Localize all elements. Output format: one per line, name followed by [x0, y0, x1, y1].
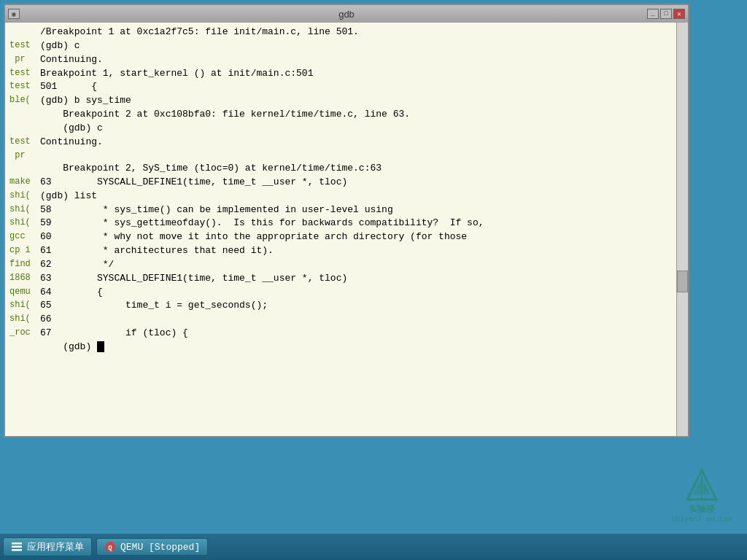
line-left-label: qemu: [9, 286, 40, 300]
terminal-line: _roc67 if (tloc) {: [9, 327, 684, 341]
taskbar-menu-button[interactable]: 应用程序菜单: [3, 537, 92, 556]
menu-icon: [11, 541, 23, 553]
terminal-line: make63 SYSCALL_DEFINE1(time, time_t __us…: [9, 176, 684, 190]
terminal-line: find62 */: [9, 258, 684, 272]
line-text: 64 {: [40, 286, 684, 300]
terminal-line: pr: [9, 149, 684, 162]
line-left-label: pr: [9, 149, 40, 162]
titlebar-left-buttons: ▣: [8, 9, 20, 19]
line-left-label: [9, 341, 40, 354]
line-left-label: _roc: [9, 327, 40, 341]
line-left-label: [9, 108, 40, 122]
line-left-label: make: [9, 176, 40, 190]
line-left-label: cp i: [9, 244, 40, 258]
taskbar-menu-label: 应用程序菜单: [27, 540, 84, 553]
line-text: 501 {: [40, 80, 684, 94]
line-text: Continuing.: [40, 136, 684, 149]
line-left-label: find: [9, 258, 40, 272]
window-title: gdb: [338, 9, 355, 20]
terminal-line: (gdb) c: [9, 122, 684, 136]
terminal-line: shi(58 * sys_time() can be implemented i…: [9, 203, 684, 217]
terminal-line: testContinuing.: [9, 136, 684, 149]
line-text: [40, 149, 684, 162]
taskbar: 应用程序菜单 Q QEMU [Stopped]: [0, 534, 747, 560]
terminal-line: testBreakpoint 1, start_kernel () at ini…: [9, 67, 684, 81]
line-left-label: shi(: [9, 217, 40, 230]
line-text: 62 */: [40, 258, 684, 272]
line-left-label: test: [9, 67, 40, 81]
watermark-text: 实验楼: [689, 503, 715, 516]
window-icon-button[interactable]: ▣: [8, 9, 20, 19]
watermark-url: shiyanl ou.com: [671, 516, 732, 524]
line-text: Continuing.: [40, 53, 684, 67]
close-button[interactable]: ✕: [673, 9, 685, 19]
line-left-label: shi(: [9, 313, 40, 327]
line-left-label: shi(: [9, 190, 40, 203]
terminal-line: Breakpoint 2 at 0xc108bfa0: file kernel/…: [9, 108, 684, 122]
line-left-label: ble(: [9, 94, 40, 108]
titlebar: ▣ gdb _ □ ✕: [5, 5, 688, 23]
taskbar-qemu-button[interactable]: Q QEMU [Stopped]: [96, 538, 208, 556]
terminal-line: gcc 60 * why not move it into the approp…: [9, 230, 684, 244]
terminal-line: (gdb): [9, 341, 684, 354]
svg-rect-5: [12, 549, 22, 551]
line-text: Breakpoint 1, start_kernel () at init/ma…: [40, 67, 684, 81]
line-left-label: test: [9, 39, 40, 53]
svg-rect-3: [12, 542, 22, 545]
line-text: (gdb) c: [40, 39, 684, 53]
maximize-button[interactable]: □: [660, 9, 672, 19]
line-left-label: pr: [9, 53, 40, 67]
line-left-label: [9, 26, 40, 39]
minimize-button[interactable]: _: [647, 9, 659, 19]
line-text: 61 * architectures that need it).: [40, 244, 684, 258]
line-left-label: [9, 122, 40, 136]
line-text: 60 * why not move it into the appropriat…: [40, 230, 684, 244]
terminal-line: 186863 SYSCALL_DEFINE1(time, time_t __us…: [9, 272, 684, 286]
line-text: 65 time_t i = get_seconds();: [40, 299, 684, 313]
watermark: 实验楼 shiyanl ou.com: [671, 467, 732, 524]
watermark-logo-icon: [680, 467, 724, 503]
terminal-line: shi((gdb) list: [9, 190, 684, 203]
line-text: (gdb) b sys_time: [40, 94, 684, 108]
svg-rect-4: [12, 546, 22, 548]
line-left-label: shi(: [9, 203, 40, 217]
terminal-line: prContinuing.: [9, 53, 684, 67]
terminal-line: qemu64 {: [9, 286, 684, 300]
scrollbar[interactable]: [676, 23, 688, 436]
terminal-line: /Breakpoint 1 at 0xc1a2f7c5: file init/m…: [9, 26, 684, 39]
line-text: (gdb) list: [40, 190, 684, 203]
line-left-label: 1868: [9, 272, 40, 286]
terminal-line: test501 {: [9, 80, 684, 94]
terminal-line: Breakpoint 2, SyS_time (tloc=0) at kerne…: [9, 162, 684, 176]
svg-text:Q: Q: [108, 545, 112, 552]
terminal-line: shi(59 * sys_gettimeofday(). Is this for…: [9, 217, 684, 230]
line-text: 63 SYSCALL_DEFINE1(time, time_t __user *…: [40, 176, 684, 190]
line-text: 59 * sys_gettimeofday(). Is this for bac…: [40, 217, 684, 230]
terminal-line: cp i61 * architectures that need it).: [9, 244, 684, 258]
scrollbar-thumb[interactable]: [677, 271, 688, 292]
line-text: 58 * sys_time() can be implemented in us…: [40, 203, 684, 217]
terminal-line: shi(65 time_t i = get_seconds();: [9, 299, 684, 313]
line-text: (gdb): [40, 341, 684, 354]
line-text: Breakpoint 2, SyS_time (tloc=0) at kerne…: [40, 162, 684, 176]
line-left-label: test: [9, 136, 40, 149]
line-left-label: test: [9, 80, 40, 94]
terminal-line: ble((gdb) b sys_time: [9, 94, 684, 108]
terminal-line: shi(66: [9, 313, 684, 327]
line-text: 63 SYSCALL_DEFINE1(time, time_t __user *…: [40, 272, 684, 286]
line-text: Breakpoint 2 at 0xc108bfa0: file kernel/…: [40, 108, 684, 122]
qemu-icon: Q: [104, 541, 116, 553]
terminal-line: test(gdb) c: [9, 39, 684, 53]
line-left-label: gcc: [9, 230, 40, 244]
line-left-label: shi(: [9, 299, 40, 313]
taskbar-qemu-label: QEMU [Stopped]: [120, 542, 200, 553]
line-text: /Breakpoint 1 at 0xc1a2f7c5: file init/m…: [40, 26, 684, 39]
terminal-content[interactable]: /Breakpoint 1 at 0xc1a2f7c5: file init/m…: [5, 23, 688, 436]
terminal-cursor: [97, 341, 104, 352]
line-text: (gdb) c: [40, 122, 684, 136]
gdb-window: ▣ gdb _ □ ✕ /Breakpoint 1 at 0xc1a2f7c5:…: [4, 4, 689, 438]
titlebar-right-buttons: _ □ ✕: [647, 9, 685, 19]
line-text: 66: [40, 313, 684, 327]
line-text: 67 if (tloc) {: [40, 327, 684, 341]
line-left-label: [9, 162, 40, 176]
